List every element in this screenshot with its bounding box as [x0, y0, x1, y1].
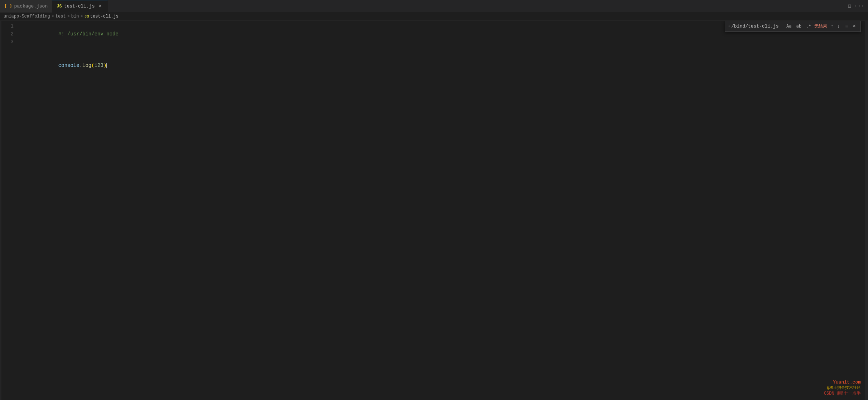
search-navigation: ↑ ↓ — [829, 23, 842, 30]
breadcrumb-part-project[interactable]: uniapp-Scaffolding — [4, 14, 50, 19]
scrollbar-minimap[interactable] — [865, 21, 868, 400]
breadcrumb-part-bin[interactable]: bin — [71, 14, 79, 19]
js-icon: JS — [57, 4, 62, 9]
editor-wrapper: › /bind/test-cli.js Aa ab .* 无结果 ↑ ↓ ≡ × — [0, 21, 868, 400]
search-next-btn[interactable]: ↓ — [835, 23, 842, 30]
close-paren: ) — [103, 63, 106, 68]
line-number-1: 1 — [4, 22, 14, 30]
search-more-btn[interactable]: ≡ — [843, 23, 850, 30]
tab-test-cli-js-label: test-cli.js — [64, 4, 95, 9]
search-path-label: /bind/test-cli.js — [731, 24, 779, 29]
search-actions: ≡ × — [843, 23, 858, 30]
search-match-case-btn[interactable]: Aa — [785, 23, 793, 29]
tab-package-json-label: package.json — [14, 4, 48, 9]
code-line-2 — [22, 46, 865, 54]
line-number-2: 2 — [4, 30, 14, 38]
breadcrumb-sep-1: > — [52, 14, 54, 19]
code-content: #! /usr/bin/env node console.log(123) — [19, 22, 865, 400]
tab-package-json[interactable]: { } package.json — [0, 0, 52, 13]
watermark-at: @稀土掘金技术社区 — [824, 385, 861, 390]
code-view: 1 2 3 #! /usr/bin/env node console.log(1… — [1, 21, 865, 400]
search-bar-container: › /bind/test-cli.js Aa ab .* 无结果 ↑ ↓ ≡ × — [725, 21, 861, 32]
dot-separator: . — [79, 63, 82, 68]
search-close-btn[interactable]: × — [851, 23, 858, 30]
text-cursor — [106, 63, 107, 68]
breadcrumb-sep-3: > — [80, 14, 83, 19]
search-path-chevron: › — [728, 24, 730, 28]
search-regex-btn[interactable]: .* — [805, 23, 812, 29]
open-paren: ( — [91, 63, 94, 68]
breadcrumb-sep-2: > — [67, 14, 70, 19]
search-bar: › /bind/test-cli.js Aa ab .* 无结果 ↑ ↓ ≡ × — [725, 21, 861, 32]
search-path: › /bind/test-cli.js — [728, 24, 783, 29]
breadcrumb: uniapp-Scaffolding > test > bin > JS tes… — [0, 13, 868, 21]
log-method: log — [82, 63, 91, 68]
search-no-result: 无结果 — [814, 23, 827, 29]
shebang-comment: #! /usr/bin/env node — [58, 31, 119, 37]
editor-container: 1 2 3 #! /usr/bin/env node console.log(1… — [0, 21, 868, 400]
breadcrumb-js-icon: JS — [85, 14, 89, 19]
editor-main[interactable]: 1 2 3 #! /usr/bin/env node console.log(1… — [1, 21, 865, 400]
breadcrumb-part-file[interactable]: JS test-cli.js — [85, 14, 119, 19]
watermark-csdn: CSDN @喵十一点半 — [824, 390, 861, 396]
watermark-site: Yuanit.com — [824, 380, 861, 385]
tab-bar-actions: ⊟ ··· — [848, 3, 868, 10]
breadcrumb-part-test[interactable]: test — [56, 14, 66, 19]
search-whole-word-btn[interactable]: ab — [795, 23, 802, 29]
tab-test-cli-js[interactable]: JS test-cli.js × — [52, 0, 108, 13]
code-line-3: console.log(123) — [22, 54, 865, 77]
search-prev-btn[interactable]: ↑ — [829, 23, 835, 30]
watermark: Yuanit.com @稀土掘金技术社区 CSDN @喵十一点半 — [824, 380, 861, 396]
line-number-3: 3 — [4, 38, 14, 46]
tab-close-button[interactable]: × — [97, 3, 103, 10]
split-editor-icon[interactable]: ⊟ — [848, 3, 852, 10]
line-numbers: 1 2 3 — [1, 22, 19, 400]
number-literal: 123 — [95, 63, 103, 68]
more-tabs-icon[interactable]: ··· — [854, 3, 864, 9]
json-icon: { } — [4, 4, 12, 9]
tab-bar: { } package.json JS test-cli.js × ⊟ ··· — [0, 0, 868, 13]
console-object: console — [58, 63, 79, 68]
